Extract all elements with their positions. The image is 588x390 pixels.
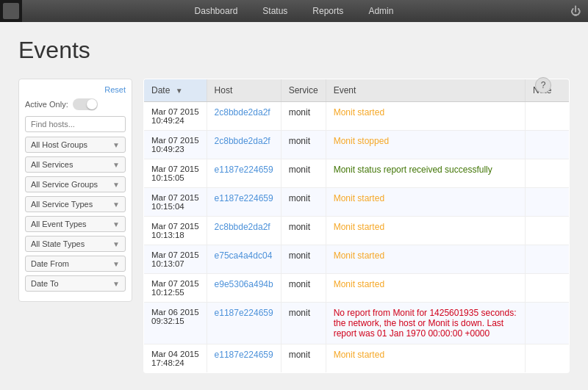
active-only-label: Active Only:	[25, 100, 68, 109]
table-row: Mar 07 201510:49:242c8bbde2da2fmonitMoni…	[144, 102, 570, 131]
date-from-label: Date From	[31, 259, 69, 268]
host-link[interactable]: e9e5306a494b	[215, 279, 273, 289]
note-cell	[526, 303, 570, 344]
host-link[interactable]: e1187e224659	[215, 193, 273, 203]
nav-tab-status[interactable]: Status	[251, 2, 299, 20]
filter-box: Reset Active Only: All Host Groups ▼ All…	[18, 79, 132, 302]
chevron-down-icon: ▼	[112, 161, 120, 169]
host-link[interactable]: e1187e224659	[215, 165, 273, 175]
host-link[interactable]: 2c8bbde2da2f	[215, 136, 270, 146]
event-cell: Monit started	[326, 217, 525, 245]
host-cell[interactable]: e9e5306a494b	[207, 274, 281, 303]
note-cell	[526, 159, 570, 188]
find-hosts-input[interactable]	[25, 116, 126, 132]
host-cell[interactable]: 2c8bbde2da2f	[207, 102, 281, 131]
table-row: Mar 07 201510:49:232c8bbde2da2fmonitMoni…	[144, 131, 570, 159]
col-host: Host	[207, 79, 281, 102]
event-types-dropdown[interactable]: All Event Types ▼	[25, 216, 126, 232]
active-only-row: Active Only:	[25, 98, 126, 110]
table-header-row: Date ▼ Host Service Event Note	[144, 79, 570, 102]
chevron-down-icon: ▼	[112, 201, 120, 209]
page-title: Events	[18, 37, 570, 64]
note-cell	[526, 188, 570, 217]
event-cell: No report from Monit for 1425601935 seco…	[326, 303, 525, 344]
service-cell: monit	[281, 102, 326, 131]
table-row: Mar 07 201510:12:55e9e5306a494bmonitMoni…	[144, 274, 570, 303]
col-event: Event	[326, 79, 525, 102]
event-cell: Monit started	[326, 188, 525, 217]
table-row: Mar 06 201509:32:15e1187e224659monitNo r…	[144, 303, 570, 344]
event-cell: Monit started	[326, 344, 525, 373]
host-cell[interactable]: e75ca4a4dc04	[207, 245, 281, 274]
host-groups-label: All Host Groups	[31, 140, 87, 149]
nav-tab-reports[interactable]: Reports	[301, 2, 355, 20]
event-types-label: All Event Types	[31, 220, 87, 228]
host-cell[interactable]: 2c8bbde2da2f	[207, 131, 281, 159]
event-cell: Monit status report received successfull…	[326, 159, 525, 188]
service-cell: monit	[281, 303, 326, 344]
event-cell: Monit started	[326, 102, 525, 131]
events-table: Date ▼ Host Service Event Note Mar 07 20…	[143, 79, 570, 373]
service-groups-dropdown[interactable]: All Service Groups ▼	[25, 176, 126, 192]
nav-tab-admin[interactable]: Admin	[356, 2, 405, 20]
event-cell: Monit started	[326, 245, 525, 274]
event-cell: Monit started	[326, 274, 525, 303]
chevron-down-icon: ▼	[112, 280, 120, 288]
help-button[interactable]: ?	[535, 77, 551, 93]
host-link[interactable]: e1187e224659	[215, 308, 273, 318]
col-service: Service	[281, 79, 326, 102]
chevron-down-icon: ▼	[112, 220, 120, 228]
col-date[interactable]: Date ▼	[144, 79, 207, 102]
note-cell	[526, 245, 570, 274]
nav-tab-dashboard[interactable]: Dashboard	[183, 2, 250, 20]
date-cell: Mar 07 201510:13:07	[144, 245, 207, 274]
note-cell	[526, 217, 570, 245]
table-row: Mar 07 201510:13:07e75ca4a4dc04monitMoni…	[144, 245, 570, 274]
date-cell: Mar 07 201510:49:24	[144, 102, 207, 131]
services-dropdown[interactable]: All Services ▼	[25, 156, 126, 173]
logo	[0, 0, 22, 22]
toggle-knob	[87, 99, 97, 109]
date-from-dropdown[interactable]: Date From ▼	[25, 256, 126, 272]
service-types-dropdown[interactable]: All Service Types ▼	[25, 196, 126, 212]
date-cell: Mar 07 201510:49:23	[144, 131, 207, 159]
host-cell[interactable]: e1187e224659	[207, 188, 281, 217]
host-groups-dropdown[interactable]: All Host Groups ▼	[25, 137, 126, 153]
date-cell: Mar 07 201510:15:04	[144, 188, 207, 217]
sidebar-filters: Reset Active Only: All Host Groups ▼ All…	[18, 79, 132, 302]
date-cell: Mar 07 201510:15:05	[144, 159, 207, 188]
host-link[interactable]: e1187e224659	[215, 350, 273, 360]
main-content: Events ? Reset Active Only: All Host Gro…	[0, 22, 588, 390]
content-row: Reset Active Only: All Host Groups ▼ All…	[18, 79, 570, 373]
service-groups-label: All Service Groups	[31, 180, 98, 189]
chevron-down-icon: ▼	[112, 240, 120, 248]
date-cell: Mar 07 201510:12:55	[144, 274, 207, 303]
note-cell	[526, 102, 570, 131]
table-row: Mar 07 201510:13:182c8bbde2da2fmonitMoni…	[144, 217, 570, 245]
service-cell: monit	[281, 274, 326, 303]
state-types-dropdown[interactable]: All State Types ▼	[25, 236, 126, 252]
host-cell[interactable]: e1187e224659	[207, 303, 281, 344]
table-row: Mar 04 201517:48:24e1187e224659monitMoni…	[144, 344, 570, 373]
page-header: Events ?	[18, 37, 570, 64]
host-cell[interactable]: 2c8bbde2da2f	[207, 217, 281, 245]
date-cell: Mar 06 201509:32:15	[144, 303, 207, 344]
active-only-toggle[interactable]	[73, 98, 98, 110]
service-cell: monit	[281, 344, 326, 373]
service-cell: monit	[281, 217, 326, 245]
state-types-label: All State Types	[31, 239, 85, 248]
note-cell	[526, 131, 570, 159]
host-link[interactable]: 2c8bbde2da2f	[215, 107, 270, 118]
service-cell: monit	[281, 188, 326, 217]
host-link[interactable]: e75ca4a4dc04	[215, 250, 273, 261]
services-label: All Services	[31, 160, 73, 169]
power-button[interactable]: ⏻	[570, 5, 581, 17]
date-to-dropdown[interactable]: Date To ▼	[25, 275, 126, 292]
events-table-area: Date ▼ Host Service Event Note Mar 07 20…	[143, 79, 570, 373]
event-cell: Monit stopped	[326, 131, 525, 159]
host-cell[interactable]: e1187e224659	[207, 344, 281, 373]
reset-button[interactable]: Reset	[25, 85, 126, 94]
host-cell[interactable]: e1187e224659	[207, 159, 281, 188]
host-link[interactable]: 2c8bbde2da2f	[215, 222, 270, 232]
service-cell: monit	[281, 159, 326, 188]
